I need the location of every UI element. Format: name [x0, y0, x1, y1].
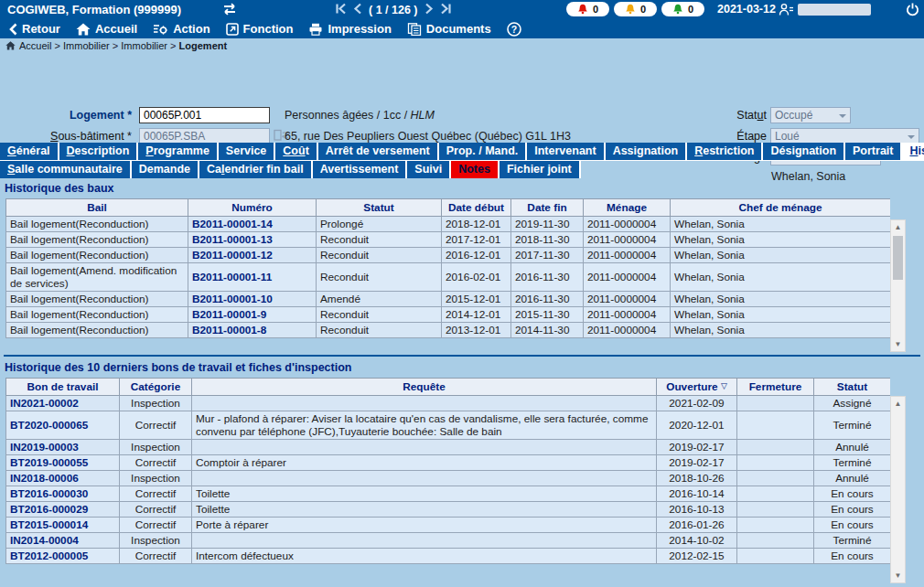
logout-power-icon[interactable] — [906, 3, 919, 19]
table-cell: 2011-0000004 — [584, 263, 671, 292]
tab-d-signation[interactable]: Désignation — [763, 143, 845, 160]
work-order-link[interactable]: BT2016-000030 — [6, 486, 120, 502]
menu-help[interactable]: ? — [507, 22, 521, 37]
tab-g-n-ral[interactable]: Général — [0, 143, 59, 160]
lease-number-link[interactable]: B2011-00001-9 — [188, 307, 317, 323]
work-order-link[interactable]: IN2014-00004 — [6, 533, 120, 549]
work-order-link[interactable]: BT2016-000029 — [6, 502, 120, 518]
baux-scroll-thumb[interactable] — [893, 236, 903, 280]
statut-select[interactable]: Occupé — [770, 107, 851, 123]
column-header-statut[interactable]: Statut — [317, 199, 442, 217]
menu-action[interactable]: Action — [153, 22, 210, 36]
table-cell — [737, 486, 814, 502]
breadcrumb-item-accueil[interactable]: Accueil — [19, 40, 51, 51]
work-order-link[interactable]: BT2020-000065 — [6, 411, 120, 440]
scroll-down-icon[interactable]: ▼ — [891, 569, 905, 582]
tab-historique[interactable]: Historique — [902, 143, 924, 160]
scroll-up-icon[interactable]: ▲ — [891, 220, 905, 234]
column-header-ouverture[interactable]: Ouverture ▽ — [657, 379, 737, 396]
last-record-icon[interactable] — [440, 3, 452, 17]
breadcrumb-item-immobilier[interactable]: Immobilier — [63, 40, 110, 51]
table-cell: 2018-12-01 — [442, 217, 511, 232]
refresh-icon[interactable] — [221, 3, 238, 18]
table-cell — [737, 502, 814, 518]
column-header-m-nage[interactable]: Ménage — [584, 199, 671, 217]
column-header-bon-de-travail[interactable]: Bon de travail — [6, 379, 120, 396]
tab-restriction[interactable]: Restriction — [687, 143, 763, 160]
column-header-date-d-but[interactable]: Date début — [442, 199, 511, 217]
column-header-fermeture[interactable]: Fermeture — [737, 379, 814, 396]
record-navigator: ( 1 / 126 ) — [335, 0, 452, 19]
lease-number-link[interactable]: B2011-00001-11 — [188, 263, 317, 292]
tab-prop-mand[interactable]: Prop. / Mand. — [439, 143, 527, 160]
tab-service[interactable]: Service — [219, 143, 275, 160]
lease-number-link[interactable]: B2011-00001-8 — [188, 323, 317, 338]
logement-input[interactable]: 00065P.001 — [139, 107, 270, 123]
lease-number-link[interactable]: B2011-00001-14 — [188, 217, 317, 232]
table-row: IN2019-00003Inspection2019-02-17Annulé — [6, 440, 891, 455]
table-cell: Inspection — [120, 396, 192, 411]
table-cell: 2015-12-01 — [442, 292, 511, 307]
lease-number-link[interactable]: B2011-00001-10 — [188, 292, 317, 307]
menu-impression[interactable]: Impression — [308, 22, 391, 36]
tab-salle-communautaire[interactable]: Salle communautaire — [0, 161, 132, 178]
work-order-link[interactable]: IN2019-00003 — [6, 440, 120, 455]
table-cell: 2011-0000004 — [584, 217, 671, 232]
tab-calendrier-fin-bail[interactable]: Calendrier fin bail — [199, 161, 313, 178]
scroll-up-icon[interactable]: ▲ — [891, 397, 905, 411]
table-cell: 2015-11-30 — [511, 307, 584, 323]
work-order-link[interactable]: BT2012-000005 — [6, 549, 120, 564]
table-cell: Reconduit — [317, 323, 442, 338]
work-order-link[interactable]: IN2021-00002 — [6, 396, 120, 411]
prev-record-icon[interactable] — [353, 3, 362, 17]
table-cell: 2011-0000004 — [584, 307, 671, 323]
column-header-requ-te[interactable]: Requête — [192, 379, 657, 396]
section-divider — [4, 355, 920, 357]
logement-info: Personnes âgées / 1cc / HLM — [285, 109, 435, 122]
tab-programme[interactable]: Programme — [138, 143, 218, 160]
bons-scrollbar[interactable]: ▲ ▼ — [890, 396, 906, 583]
ok-alert-badge[interactable]: 0 — [661, 2, 704, 16]
tab-demande[interactable]: Demande — [132, 161, 199, 178]
table-cell: Bail logement(Reconduction) — [6, 217, 188, 232]
menu-fonction[interactable]: Fonction — [226, 22, 294, 36]
scroll-down-icon[interactable]: ▼ — [891, 337, 905, 351]
breadcrumb-item-immobilier[interactable]: Immobilier — [121, 40, 167, 51]
column-header-date-fin[interactable]: Date fin — [511, 199, 584, 217]
tab-assignation[interactable]: Assignation — [606, 143, 688, 160]
tab-fichier-joint[interactable]: Fichier joint — [500, 161, 581, 178]
lease-number-link[interactable]: B2011-00001-13 — [188, 232, 317, 248]
critical-alert-badge[interactable]: 0 — [566, 2, 609, 16]
work-order-link[interactable]: BT2015-000014 — [6, 518, 120, 533]
column-header-chef-de-m-nage[interactable]: Chef de ménage — [671, 199, 891, 217]
table-cell: 2016-01-26 — [657, 518, 737, 533]
tab-arr-t-de-versement[interactable]: Arrêt de versement — [318, 143, 439, 160]
tab-co-t[interactable]: Coût — [275, 143, 317, 160]
tab-notes[interactable]: Notes — [451, 161, 500, 178]
tab-description[interactable]: Description — [59, 143, 139, 160]
baux-scrollbar[interactable]: ▲ ▼ — [890, 219, 906, 352]
column-header-num-ro[interactable]: Numéro — [188, 199, 317, 217]
next-record-icon[interactable] — [424, 3, 434, 17]
column-header-cat-gorie[interactable]: Catégorie — [120, 379, 192, 396]
column-header-statut[interactable]: Statut — [814, 379, 891, 396]
work-order-link[interactable]: IN2018-00006 — [6, 471, 120, 486]
breadcrumb-separator: > — [167, 40, 179, 51]
menu-documents[interactable]: Documents — [407, 22, 491, 36]
tab-suivi[interactable]: Suivi — [407, 161, 451, 178]
first-record-icon[interactable] — [335, 3, 347, 17]
warning-alert-badge[interactable]: 0 — [614, 2, 657, 16]
menu-accueil[interactable]: Accueil — [76, 22, 137, 36]
menu-retour[interactable]: Retour — [9, 22, 60, 36]
table-cell: Terminé — [814, 533, 891, 549]
user-icon[interactable] — [779, 3, 794, 19]
tab-portrait[interactable]: Portrait — [845, 143, 902, 160]
table-row: BT2019-000055CorrectifComptoir à réparer… — [6, 455, 891, 471]
tab-avertissement[interactable]: Avertissement — [313, 161, 408, 178]
yellow-bell-icon — [625, 4, 636, 15]
tab-intervenant[interactable]: Intervenant — [527, 143, 605, 160]
work-order-link[interactable]: BT2019-000055 — [6, 455, 120, 471]
lease-number-link[interactable]: B2011-00001-12 — [188, 248, 317, 263]
red-bell-icon — [577, 4, 588, 15]
column-header-bail[interactable]: Bail — [6, 199, 188, 217]
